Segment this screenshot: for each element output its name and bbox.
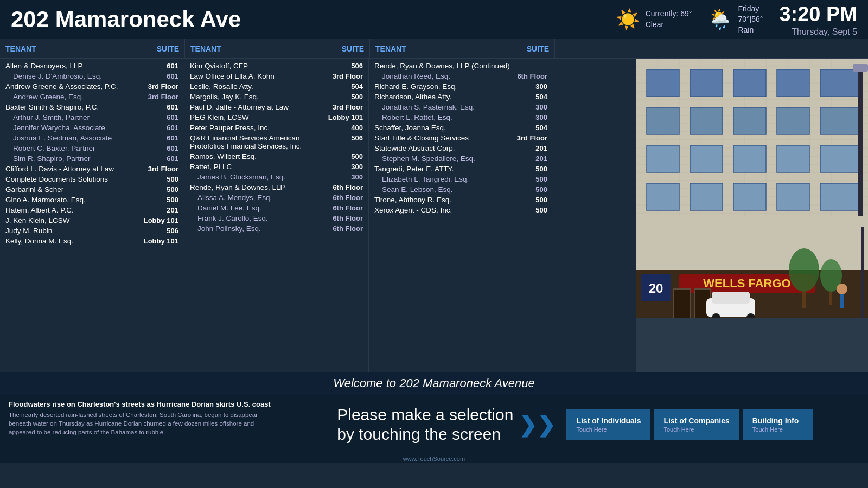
svg-rect-36 [802,292,806,308]
tenant-suite: 500 [330,93,363,101]
building-image: WELLS FARGO 20 [636,59,868,372]
svg-rect-24 [858,69,863,216]
tenant-row: Q&R Financial Services American Protofol… [190,133,363,151]
tenant-name: Ramos, Wilbert Esq. [190,152,330,160]
tenant-suite: 6th Floor [330,214,363,222]
welcome-text: Welcome to 202 Mamaroneck Avenue [333,376,534,390]
tenant-row: Andrew Greene, Esq.3rd Floor [5,92,178,102]
tenant-row: Daniel M. Lee, Esq.6th Floor [190,203,363,213]
svg-rect-13 [820,107,858,134]
building-info-label: Building Info [752,416,803,426]
tenant-row: Paul D. Jaffe - Attorney at Law3rd Floor [190,102,363,112]
tenant-suite: 6th Floor [330,224,363,233]
list-individuals-button[interactable]: List of Individuals Touch Here [566,409,650,440]
tenant-name: John Polinsky, Esq. [197,224,330,233]
tenant-name: Richard E. Grayson, Esq. [374,82,515,91]
building-photo-top [636,59,868,216]
tenant-name: James B. Glucksman, Esq. [197,173,330,181]
tenant-row: Statewide Abstract Corp.201 [374,143,547,153]
tenant-name: Joshua E. Siedman, Associate [13,134,146,142]
tenant-row: Allen & Desnoyers, LLP601 [5,61,178,71]
svg-rect-14 [647,145,679,172]
tenant-row: Joshua E. Siedman, Associate601 [5,133,178,143]
tenant-name: Robert C. Baxter, Partner [13,144,146,152]
tenant-name: Alissa A. Mendys, Esq. [197,194,330,202]
tenant-row: Andrew Greene & Associates, P.C.3rd Floo… [5,81,178,92]
tenant-row: Richardson, Althea Atty.504 [374,92,547,102]
cta-section: Please make a selectionby touching the s… [282,395,868,454]
directory-col-2: Kim Qvistoff, CFP506Law Office of Ella A… [184,59,369,372]
tenant-name: PEG Klein, LCSW [190,113,328,121]
directory-col-1: Allen & Desnoyers, LLP601Denise J. D'Amb… [0,59,184,372]
tenant-name: Frank J. Carollo, Esq. [197,214,330,222]
tenant-name: Margolis, Jay K. Esq. [190,93,330,101]
col2-tenant-label: TENANT [190,44,221,53]
tenant-suite: 300 [330,173,363,181]
tenant-suite: 400 [330,124,363,132]
cta-text: Please make a selectionby touching the s… [337,405,513,444]
col1-suite-label: SUITE [157,44,179,53]
svg-point-43 [837,284,847,294]
tenant-suite: 6th Floor [330,204,363,212]
tenant-suite: 500 [515,196,547,204]
svg-rect-20 [690,183,723,210]
tenant-name: Andrew Greene & Associates, P.C. [5,82,146,91]
tenant-row: Sean E. Lebson, Esq.500 [374,184,547,195]
building-photo-bottom: WELLS FARGO 20 [636,216,868,318]
tenant-row: Start Title & Closing Services3rd Floor [374,133,547,143]
tenant-suite: 500 [515,206,547,214]
news-headline: Floodwaters rise on Charleston's streets… [9,400,273,408]
current-condition: Clear [646,20,692,30]
news-section: Floodwaters rise on Charleston's streets… [0,395,282,454]
current-temp: Currently: 69° [646,9,692,20]
tenant-name: Kim Qvistoff, CFP [190,62,330,70]
tenant-suite: 6th Floor [330,194,363,202]
bottom-bar: Floodwaters rise on Charleston's streets… [0,395,868,454]
building-info-button[interactable]: Building Info Touch Here [743,409,813,440]
tenant-row: Rattet, PLLC300 [190,162,363,172]
tenant-name: Rende, Ryan & Downes, LLP (Continued) [374,62,515,70]
tenant-name: Rattet, PLLC [190,163,330,171]
tenant-name: Jonathan S. Pasternak, Esq. [382,103,515,111]
tenant-name: Leslie, Rosalie Atty. [190,82,330,91]
tenant-suite: Lobby 101 [144,237,178,245]
tenant-suite: 500 [515,175,547,183]
list-companies-button[interactable]: List of Companies Touch Here [654,409,739,440]
tenant-name: Peter Pauper Press, Inc. [190,124,330,132]
list-companies-sub: Touch Here [663,426,729,433]
tenant-row: Ramos, Wilbert Esq.500 [190,151,363,162]
tenant-name: Kelly, Donna M. Esq. [5,237,144,245]
tenant-suite: 601 [146,103,178,111]
tenant-suite: 500 [330,152,363,160]
svg-rect-45 [861,227,864,318]
tenant-suite: 500 [515,165,547,173]
tenant-name: Rende, Ryan & Downes, LLP [190,183,330,191]
svg-rect-17 [777,145,809,172]
tenant-suite: 601 [146,155,178,163]
tenant-suite: 3rd Floor [330,72,363,80]
tenant-row: Kelly, Donna M. Esq.Lobby 101 [5,236,178,246]
svg-rect-21 [733,183,766,210]
tenant-row: Arthur J. Smith, Partner601 [5,112,178,123]
weather-forecast: 🌦️ Friday 70°|56° Rain [708,4,763,36]
tenant-row: John Polinsky, Esq.6th Floor [190,223,363,234]
list-individuals-sub: Touch Here [576,426,641,433]
svg-text:20: 20 [649,281,663,296]
tenant-row: Garbarini & Scher500 [5,184,178,195]
tenant-row: Sim R. Shapiro, Partner601 [5,153,178,164]
main-content: Allen & Desnoyers, LLP601Denise J. D'Amb… [0,59,868,372]
tenant-row: Alissa A. Mendys, Esq.6th Floor [190,192,363,203]
svg-rect-33 [674,289,690,318]
tenant-suite: Lobby 101 [144,216,178,224]
tenant-suite: 504 [515,93,547,101]
tenant-row: Jennifer Warycha, Associate601 [5,123,178,133]
tenant-name: Hatem, Albert A. P.C. [5,206,146,214]
sun-icon: ☀️ [616,8,640,31]
tenant-suite: 6th Floor [330,183,363,191]
directory: Allen & Desnoyers, LLP601Denise J. D'Amb… [0,59,636,372]
svg-rect-19 [647,183,679,210]
touch-buttons: List of Individuals Touch Here List of C… [566,409,813,440]
tenant-row: Xerox Agent - CDS, Inc.500 [374,205,547,215]
svg-rect-7 [777,69,809,97]
tenant-name: Clifford L. Davis - Attorney at Law [5,165,146,173]
